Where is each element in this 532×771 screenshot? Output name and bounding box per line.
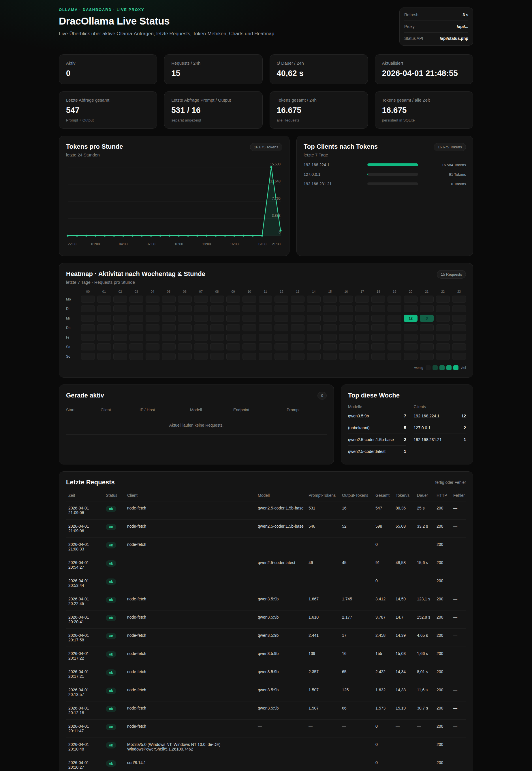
cell-status: ok xyxy=(104,756,125,771)
cell-token-s: 48,58 xyxy=(393,556,415,574)
cell-dauer: 33,2 s xyxy=(415,519,434,538)
status-badge: ok xyxy=(106,524,116,530)
heatmap-cell xyxy=(210,324,224,331)
heatmap-cell xyxy=(210,296,224,303)
cell-zeit: 2026-04-01 21:09:06 xyxy=(66,519,104,538)
client-token-row: 192.168.224.116.584 Tokens xyxy=(304,162,466,167)
cell-dauer: — xyxy=(415,538,434,556)
hour-label: 10 xyxy=(242,290,256,293)
config-value: /api/... xyxy=(457,24,468,29)
hour-label: 14 xyxy=(307,290,321,293)
config-label: Status API xyxy=(404,36,423,41)
stat-value: 2026-04-01 21:48:55 xyxy=(382,69,466,78)
tokens-per-hour-card: Tokens pro Stunde letzte 24 Stunden 16.6… xyxy=(59,136,290,256)
hour-label: 17 xyxy=(355,290,369,293)
cell-http: 200 xyxy=(434,501,451,519)
heatmap-cell xyxy=(146,296,159,303)
requests-note: fertig oder Fehler xyxy=(435,480,466,485)
status-badge: ok xyxy=(106,597,116,603)
table-row: 2026-04-01 20:17:22oknode-fetchqwen3.5:9… xyxy=(66,647,466,665)
column-header: Token/s xyxy=(393,489,415,501)
chart-subtitle: letzte 7 Tage xyxy=(304,152,378,157)
hour-label: 05 xyxy=(162,290,176,293)
token-bar-track xyxy=(367,182,418,185)
heatmap-cell xyxy=(226,343,240,350)
heatmap-cell: 3 xyxy=(420,315,434,322)
cell-fehler: — xyxy=(451,611,466,629)
cell-zeit: 2026-04-01 20:17:58 xyxy=(66,629,104,647)
stat-label: Tokens gesamt / 24h xyxy=(277,97,361,102)
cell-gesamt: 1.632 xyxy=(373,683,393,701)
heatmap-cell xyxy=(129,334,143,341)
heatmap-cell xyxy=(371,324,385,331)
heatmap-cell xyxy=(291,296,304,303)
heatmap-cell xyxy=(420,296,434,303)
cell-prompt-tokens: 1.667 xyxy=(306,592,340,611)
cell-http: 200 xyxy=(434,592,451,611)
column-header: Client xyxy=(125,489,255,501)
cell-status: ok xyxy=(104,738,125,756)
hour-label: 04 xyxy=(146,290,159,293)
heatmap-cell xyxy=(242,324,256,331)
top-clients-card: Top Clients nach Tokens letzte 7 Tage 16… xyxy=(296,136,473,256)
heatmap-cell xyxy=(275,334,288,341)
table-row: 2026-04-01 20:22:45oknode-fetchqwen3.5:9… xyxy=(66,592,466,611)
legend-low-label: wenig xyxy=(414,366,423,370)
page-title: DracOllama Live Status xyxy=(59,15,276,27)
status-badge: ok xyxy=(106,760,116,767)
heatmap-cell xyxy=(226,305,240,312)
status-badge: ok xyxy=(106,560,116,566)
item-count: 12 xyxy=(461,414,466,418)
active-requests-card: Gerade aktiv 0 StartClientIP / HostModel… xyxy=(59,384,334,464)
cell-status: ok xyxy=(104,592,125,611)
cell-fehler: — xyxy=(451,592,466,611)
cell-status: ok xyxy=(104,629,125,647)
token-bar-fill xyxy=(367,173,368,176)
cell-output-tokens: — xyxy=(340,738,373,756)
cell-prompt-tokens: — xyxy=(306,756,340,771)
tokens-total-badge: 16.675 Tokens xyxy=(434,143,466,151)
heatmap-cell xyxy=(178,334,192,341)
heatmap-cell xyxy=(404,305,418,312)
active-title: Gerade aktiv xyxy=(66,392,104,399)
heatmap-cell xyxy=(436,324,450,331)
cell-status: ok xyxy=(104,574,125,592)
heatmap-cell xyxy=(452,353,466,360)
config-value: /api/status.php xyxy=(440,36,468,41)
heatmap-cell xyxy=(291,343,304,350)
cell-output-tokens: 16 xyxy=(340,647,373,665)
column-header: Prompt-Tokens xyxy=(306,489,340,501)
cell-client: node-fetch xyxy=(125,592,255,611)
status-badge: ok xyxy=(106,579,116,585)
heatmap-cell xyxy=(452,324,466,331)
chart-point xyxy=(178,235,180,237)
client-token-bars: 192.168.224.116.584 Tokens127.0.0.191 To… xyxy=(304,162,466,186)
heatmap-cell xyxy=(226,334,240,341)
cell-fehler: — xyxy=(451,647,466,665)
cell-prompt-tokens: 546 xyxy=(306,519,340,538)
heatmap-cell xyxy=(355,305,369,312)
cell-token-s: — xyxy=(393,720,415,738)
cell-gesamt: 547 xyxy=(373,501,393,519)
top-week-title: Top diese Woche xyxy=(348,392,466,399)
top-clients-column: Clients 192.168.224.112127.0.0.12192.168… xyxy=(414,404,466,457)
heatmap-cell xyxy=(210,343,224,350)
token-bar-fill xyxy=(367,163,418,166)
table-row: 2026-04-01 20:17:21oknode-fetchqwen3.5:9… xyxy=(66,665,466,683)
heatmap-cell xyxy=(371,296,385,303)
heatmap-cell xyxy=(259,324,272,331)
chart-point xyxy=(206,235,208,237)
heatmap-cell xyxy=(339,305,353,312)
heatmap-cell xyxy=(226,315,240,322)
heatmap-cell xyxy=(307,315,321,322)
heatmap-cell xyxy=(371,305,385,312)
stat-value: 547 xyxy=(66,106,150,115)
cell-fehler: — xyxy=(451,701,466,720)
heatmap-cell xyxy=(113,305,127,312)
heatmap-cell xyxy=(388,343,401,350)
x-axis-label: 19:00 xyxy=(258,242,266,246)
cell-http: 200 xyxy=(434,538,451,556)
chart-point xyxy=(85,235,87,237)
cell-zeit: 2026-04-01 20:17:21 xyxy=(66,665,104,683)
token-bar-track xyxy=(367,163,418,166)
